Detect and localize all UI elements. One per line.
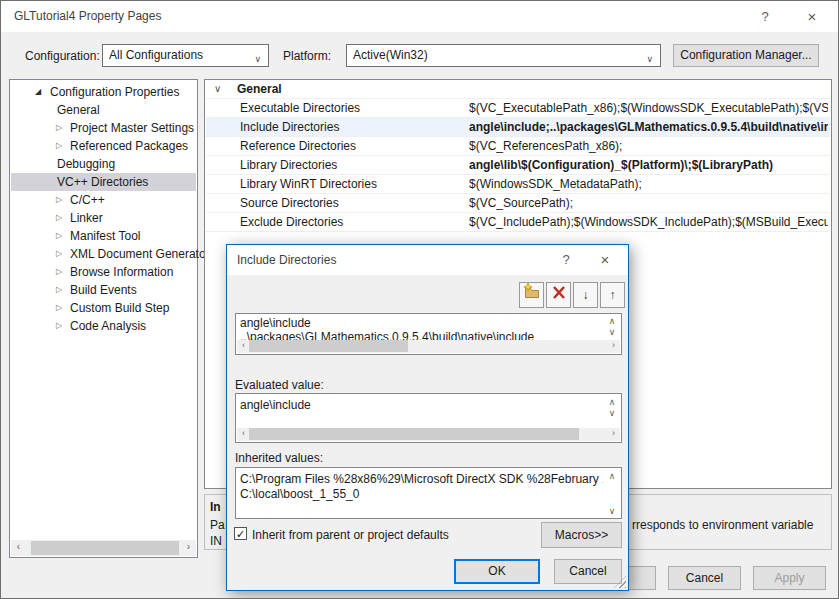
- tree-item-vcpp-directories[interactable]: VC++ Directories: [11, 173, 196, 191]
- grid-row-executable-directories[interactable]: Executable Directories $(VC_ExecutablePa…: [206, 99, 830, 118]
- tree-collapsed-icon[interactable]: ▷: [56, 299, 62, 317]
- directories-edit-box[interactable]: angle\include ..\packages\GLMathematics.…: [235, 313, 622, 355]
- close-button[interactable]: ×: [792, 1, 832, 32]
- scroll-up-icon[interactable]: ∧: [605, 471, 619, 481]
- new-line-button[interactable]: [519, 282, 544, 308]
- evaluated-value-label: Evaluated value:: [235, 378, 324, 392]
- category-tree: ◢ Configuration Properties General ▷ Pro…: [9, 79, 198, 558]
- configuration-dropdown[interactable]: All Configurations ∨: [102, 44, 269, 67]
- configuration-value: All Configurations: [109, 48, 203, 62]
- scroll-left-icon[interactable]: ‹: [11, 541, 26, 552]
- tree-item-general[interactable]: General: [11, 101, 196, 119]
- dialog-ok-button[interactable]: OK: [454, 559, 540, 584]
- tree-item-custom-build-step[interactable]: ▷ Custom Build Step: [11, 299, 196, 317]
- dialog-titlebar[interactable]: Include Directories ? ×: [227, 245, 628, 275]
- tree-collapsed-icon[interactable]: ▷: [56, 263, 62, 281]
- chevron-down-icon: ∨: [646, 49, 653, 69]
- grid-row-library-winrt-directories[interactable]: Library WinRT Directories $(WindowsSDK_M…: [206, 175, 830, 194]
- arrow-up-icon: ↑: [610, 288, 616, 302]
- tree-expanded-icon[interactable]: ◢: [35, 83, 41, 101]
- grid-row-library-directories[interactable]: Library Directories angle\lib\$(Configur…: [206, 156, 830, 175]
- help-icon: ?: [562, 252, 569, 267]
- tree-item-c-cpp[interactable]: ▷ C/C++: [11, 191, 196, 209]
- grid-row-exclude-directories[interactable]: Exclude Directories $(VC_IncludePath);$(…: [206, 213, 830, 232]
- tree-item-browse-information[interactable]: ▷ Browse Information: [11, 263, 196, 281]
- help-line2-fragment: IN: [210, 534, 222, 548]
- dialog-close-button[interactable]: ×: [588, 245, 622, 275]
- tree-horizontal-scrollbar[interactable]: ‹ ›: [11, 540, 196, 556]
- include-directories-dialog: Include Directories ? × ↓ ↑ angle\includ…: [226, 244, 629, 591]
- delete-line-button[interactable]: [546, 282, 571, 308]
- dialog-help-button[interactable]: ?: [551, 245, 581, 275]
- scroll-right-icon[interactable]: ›: [607, 340, 620, 350]
- scroll-down-icon[interactable]: ∨: [605, 506, 619, 516]
- configuration-label: Configuration:: [25, 49, 100, 63]
- scrollbar-thumb[interactable]: [249, 428, 579, 440]
- window-title: GLTutorial4 Property Pages: [14, 9, 161, 23]
- arrow-down-icon: ↓: [583, 288, 589, 302]
- tree-item-code-analysis[interactable]: ▷ Code Analysis: [11, 317, 196, 335]
- inherit-checkbox[interactable]: ✓: [234, 527, 247, 540]
- cancel-button[interactable]: Cancel: [668, 566, 741, 590]
- apply-button[interactable]: Apply: [753, 566, 826, 590]
- scroll-down-icon[interactable]: ∨: [605, 327, 619, 337]
- move-down-button[interactable]: ↓: [573, 282, 598, 308]
- scrollbar-thumb[interactable]: [31, 541, 179, 555]
- tree-item-configuration-properties[interactable]: ◢ Configuration Properties: [11, 83, 196, 101]
- dialog-title: Include Directories: [237, 253, 336, 267]
- evaluated-horizontal-scrollbar[interactable]: ‹ ›: [237, 428, 620, 441]
- tree-collapsed-icon[interactable]: ▷: [56, 119, 62, 137]
- tree-collapsed-icon[interactable]: ▷: [56, 245, 62, 263]
- dialog-cancel-button[interactable]: Cancel: [554, 559, 622, 584]
- close-icon: ×: [601, 251, 610, 268]
- grid-group-general[interactable]: ∨ General: [206, 80, 830, 99]
- delete-x-icon: [552, 286, 566, 299]
- property-pages-window: GLTutorial4 Property Pages ? × Configura…: [0, 0, 839, 599]
- help-heading-fragment: In: [210, 500, 221, 514]
- titlebar[interactable]: GLTutorial4 Property Pages ? ×: [1, 1, 838, 32]
- platform-value: Active(Win32): [353, 48, 428, 62]
- scroll-up-icon[interactable]: ∧: [605, 397, 619, 407]
- help-button[interactable]: ?: [747, 1, 783, 32]
- chevron-down-icon: ∨: [254, 49, 261, 69]
- tree-item-project-master-settings[interactable]: ▷ Project Master Settings: [11, 119, 196, 137]
- scroll-down-icon[interactable]: ∨: [605, 408, 619, 418]
- macros-button[interactable]: Macros>>: [541, 522, 622, 548]
- tree-collapsed-icon[interactable]: ▷: [56, 209, 62, 227]
- inherited-values-box[interactable]: C:\Program Files %28x86%29\Microsoft Dir…: [235, 467, 622, 519]
- tree-collapsed-icon[interactable]: ▷: [56, 227, 62, 245]
- help-right-fragment: rresponds to environment variable: [632, 518, 813, 532]
- scrollbar-thumb[interactable]: [249, 340, 408, 352]
- move-up-button[interactable]: ↑: [600, 282, 625, 308]
- tree-item-linker[interactable]: ▷ Linker: [11, 209, 196, 227]
- tree-collapsed-icon[interactable]: ▷: [56, 317, 62, 335]
- tree-item-manifest-tool[interactable]: ▷ Manifest Tool: [11, 227, 196, 245]
- close-icon: ×: [808, 8, 817, 25]
- tree-item-build-events[interactable]: ▷ Build Events: [11, 281, 196, 299]
- tree-collapsed-icon[interactable]: ▷: [56, 281, 62, 299]
- platform-label: Platform:: [283, 49, 331, 63]
- tree-collapsed-icon[interactable]: ▷: [56, 191, 62, 209]
- inherit-checkbox-label[interactable]: Inherit from parent or project defaults: [252, 528, 449, 542]
- tree-item-xml-document-generator[interactable]: ▷ XML Document Generator: [11, 245, 196, 263]
- tree-item-debugging[interactable]: Debugging: [11, 155, 196, 173]
- inherited-values-label: Inherited values:: [235, 451, 323, 465]
- grid-row-source-directories[interactable]: Source Directories $(VC_SourcePath);: [206, 194, 830, 213]
- scroll-right-icon[interactable]: ›: [607, 428, 620, 438]
- new-folder-icon: [523, 283, 541, 299]
- grid-row-include-directories[interactable]: Include Directories angle\include;..\pac…: [206, 118, 830, 137]
- edit-horizontal-scrollbar[interactable]: ‹ ›: [237, 340, 620, 353]
- platform-dropdown[interactable]: Active(Win32) ∨: [346, 44, 661, 67]
- group-collapse-icon[interactable]: ∨: [214, 80, 221, 98]
- tree-collapsed-icon[interactable]: ▷: [56, 137, 62, 155]
- help-line1-fragment: Pa: [210, 518, 225, 532]
- evaluated-value-box[interactable]: angle\include ∧ ∨ ‹ ›: [235, 393, 622, 443]
- check-icon: ✓: [236, 528, 245, 540]
- grid-row-reference-directories[interactable]: Reference Directories $(VC_ReferencesPat…: [206, 137, 830, 156]
- tree-item-referenced-packages[interactable]: ▷ Referenced Packages: [11, 137, 196, 155]
- help-icon: ?: [761, 9, 768, 24]
- scroll-up-icon[interactable]: ∧: [605, 316, 619, 326]
- configuration-manager-button[interactable]: Configuration Manager...: [673, 44, 819, 67]
- scroll-right-icon[interactable]: ›: [181, 541, 196, 552]
